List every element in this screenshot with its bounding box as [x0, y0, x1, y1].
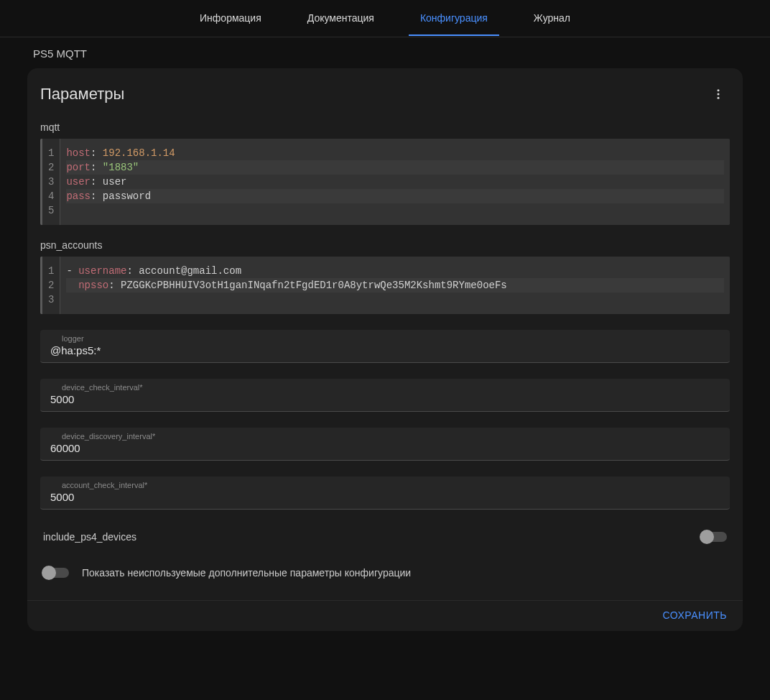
toggle-include-ps4: include_ps4_devices [27, 510, 743, 553]
more-menu-button[interactable] [705, 81, 731, 107]
dots-vertical-icon [712, 88, 725, 101]
switch-knob [700, 530, 714, 544]
tab-bar: Информация Документация Конфигурация Жур… [0, 0, 770, 37]
mqtt-code-editor[interactable]: 1 2 3 4 5 host: 192.168.1.14 port: "1883… [40, 139, 730, 225]
field-device-discovery-interval[interactable]: device_discovery_interval* [40, 428, 730, 461]
field-account-check-interval[interactable]: account_check_interval* [40, 476, 730, 510]
tab-docs[interactable]: Документация [302, 2, 380, 35]
toggle-show-unused: Показать неиспользуемые дополнительные п… [27, 553, 743, 594]
code-gutter: 1 2 3 [40, 257, 60, 314]
svg-point-1 [718, 93, 720, 96]
addon-name: PS5 MQTT [0, 37, 770, 68]
tab-config[interactable]: Конфигурация [414, 2, 493, 35]
label-account-check-interval: account_check_interval* [50, 481, 147, 489]
card-title: Параметры [40, 85, 124, 103]
toggle-include-ps4-label: include_ps4_devices [43, 531, 136, 543]
card-footer: СОХРАНИТЬ [27, 600, 743, 631]
section-mqtt-label: mqtt [27, 107, 743, 139]
input-logger[interactable] [50, 344, 720, 356]
psn-code-editor[interactable]: 1 2 3 - username: account@gmail.com npss… [40, 257, 730, 314]
field-logger[interactable]: logger [40, 330, 730, 363]
code-gutter: 1 2 3 4 5 [40, 139, 60, 225]
field-device-check-interval[interactable]: device_check_interval* [40, 379, 730, 412]
svg-point-0 [718, 89, 720, 91]
input-device-discovery-interval[interactable] [50, 442, 720, 454]
toggle-show-unused-label: Показать неиспользуемые дополнительные п… [82, 567, 411, 579]
input-account-check-interval[interactable] [50, 491, 720, 503]
code-body[interactable]: host: 192.168.1.14 port: "1883" user: us… [60, 139, 730, 225]
tab-info[interactable]: Информация [194, 2, 267, 35]
label-device-check-interval: device_check_interval* [50, 383, 143, 392]
label-device-discovery-interval: device_discovery_interval* [50, 432, 155, 441]
section-psn-label: psn_accounts [27, 225, 743, 257]
tab-log[interactable]: Журнал [528, 2, 576, 35]
label-logger: logger [50, 334, 84, 343]
code-body[interactable]: - username: account@gmail.com npsso: PZG… [60, 257, 730, 314]
switch-include-ps4[interactable] [701, 532, 727, 542]
input-device-check-interval[interactable] [50, 393, 720, 405]
save-button[interactable]: СОХРАНИТЬ [662, 609, 727, 621]
svg-point-2 [718, 97, 720, 99]
switch-show-unused[interactable] [43, 568, 69, 578]
switch-knob [42, 566, 56, 580]
options-card: Параметры mqtt 1 2 3 4 5 host: 192.168.1… [27, 68, 743, 631]
